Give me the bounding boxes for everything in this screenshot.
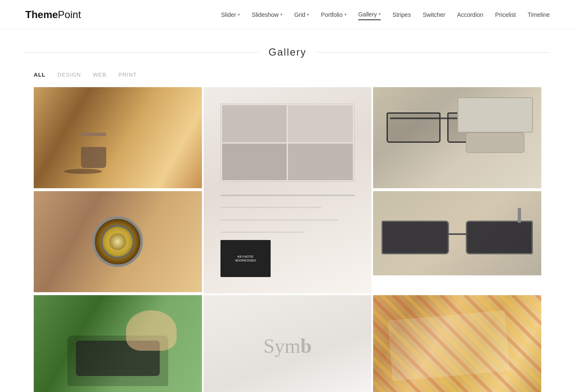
title-line-left — [25, 52, 258, 53]
nav-switcher[interactable]: Switcher — [423, 10, 446, 20]
filter-print[interactable]: PRINT — [118, 71, 137, 79]
nav-timeline[interactable]: Timeline — [528, 10, 550, 20]
gallery-item-7[interactable]: Symb — [204, 295, 372, 392]
nav-slider[interactable]: Slider ▾ — [221, 10, 240, 20]
chevron-down-icon: ▾ — [280, 12, 282, 17]
nav-grid[interactable]: Grid ▾ — [294, 10, 309, 20]
filter-web[interactable]: WEB — [93, 71, 107, 79]
nav-pricelist[interactable]: Pricelist — [495, 10, 516, 20]
page-title-section: Gallery — [0, 29, 575, 67]
gallery-item-3[interactable] — [373, 87, 541, 188]
nav-portfolio[interactable]: Portfolio ▾ — [321, 10, 346, 20]
filter-all[interactable]: ALL — [34, 71, 46, 79]
logo-light: Point — [58, 9, 81, 20]
logo-bold: Theme — [25, 9, 58, 20]
site-logo[interactable]: ThemePoint — [25, 9, 81, 21]
chevron-down-icon: ▾ — [307, 12, 309, 17]
main-nav: Slider ▾ Slideshow ▾ Grid ▾ Portfolio ▾ … — [221, 9, 550, 20]
filter-bar: ALL DESIGN WEB PRINT — [0, 67, 575, 87]
filter-design[interactable]: DESIGN — [57, 71, 81, 79]
gallery-item-6[interactable] — [34, 295, 202, 392]
nav-slideshow[interactable]: Slideshow ▾ — [252, 10, 282, 20]
gallery-item-4[interactable] — [34, 191, 202, 292]
nav-accordion[interactable]: Accordion — [457, 10, 483, 20]
title-line-right — [317, 52, 550, 53]
nav-stripes[interactable]: Stripes — [392, 10, 411, 20]
chevron-down-icon: ▾ — [379, 12, 381, 16]
gallery-item-1[interactable] — [34, 87, 202, 188]
gallery-item-5[interactable] — [373, 191, 541, 275]
gallery-item-8[interactable] — [373, 295, 541, 392]
chevron-down-icon: ▾ — [344, 12, 347, 17]
site-header: ThemePoint Slider ▾ Slideshow ▾ Grid ▾ P… — [0, 0, 575, 29]
nav-gallery[interactable]: Gallery ▾ — [358, 9, 381, 20]
gallery-item-2[interactable]: KEYNOTEADDRESSED — [204, 87, 372, 293]
page-title: Gallery — [258, 46, 317, 58]
chevron-down-icon: ▾ — [238, 12, 240, 17]
gallery-grid: KEYNOTEADDRESSED — [0, 87, 575, 392]
